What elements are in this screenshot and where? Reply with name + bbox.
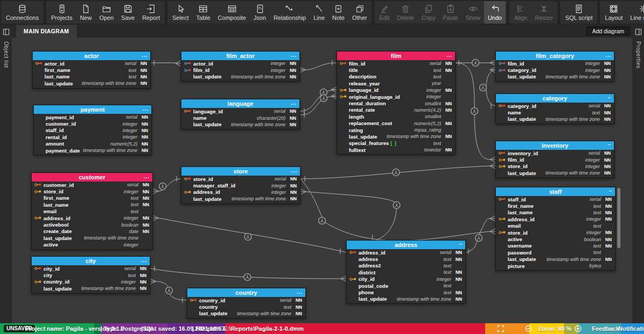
table-menu-button[interactable]: – [608, 94, 611, 101]
table-header[interactable]: film... [337, 52, 455, 60]
column-row[interactable]: titletextNN [337, 67, 455, 73]
sql-script-button[interactable]: SQL script [561, 1, 596, 24]
table-header[interactable]: address– [347, 241, 465, 249]
column-row[interactable]: first_nametextNN [33, 67, 150, 73]
table-menu-button[interactable]: ... [291, 52, 297, 59]
undo-button[interactable]: Undo [484, 1, 506, 24]
column-row[interactable]: language_idserialNN [181, 108, 299, 114]
column-row[interactable]: language_idintegerNN [337, 87, 455, 93]
column-row[interactable]: last_updatetimestamp with time zoneNN [496, 74, 614, 80]
fullscreen-icon[interactable] [497, 325, 504, 332]
add-diagram-button[interactable]: Add diagram [586, 26, 630, 35]
open-button[interactable]: Open [96, 1, 118, 24]
table-menu-button[interactable]: ... [144, 173, 150, 180]
table-country[interactable]: country...country_idserialNNcountrytextN… [187, 288, 306, 318]
zoom-in-icon[interactable] [574, 325, 582, 332]
column-row[interactable]: last_updatetimestamp with time zoneNN [187, 310, 305, 317]
note-button[interactable]: Note [328, 1, 348, 24]
table-inventory[interactable]: inventory–inventory_idserialNNfilm_idint… [495, 141, 614, 178]
table-address[interactable]: address–address_idserialNNaddresstextNNa… [346, 240, 466, 304]
table-header[interactable]: film_category... [496, 52, 614, 60]
canvas-vertical-scrollbar[interactable] [617, 188, 620, 248]
column-row[interactable]: addresstextNN [347, 256, 465, 262]
table-header[interactable]: store... [181, 167, 300, 176]
column-row[interactable]: fulltexttsvectorNN [337, 147, 455, 153]
column-row[interactable]: create_datedateNN [32, 228, 152, 235]
table-header[interactable]: category– [496, 94, 614, 103]
column-row[interactable]: picturebytea [496, 263, 615, 269]
column-row[interactable]: first_nametextNN [496, 202, 615, 209]
table-menu-button[interactable]: ... [291, 99, 297, 107]
column-row[interactable]: amountnumeric(5,2)NN [34, 141, 151, 147]
column-row[interactable]: last_updatetimestamp with time zoneNN [181, 121, 299, 128]
column-row[interactable]: actor_idserialNN [33, 60, 150, 67]
column-row[interactable]: nametextNN [496, 109, 614, 115]
column-row[interactable]: country_idintegerNN [32, 279, 150, 285]
column-row[interactable]: customer_idserialNN [32, 181, 152, 188]
column-row[interactable]: actor_idintegerNN [181, 60, 299, 67]
column-row[interactable]: last_updatetimestamp with time zoneNN [337, 133, 455, 140]
column-row[interactable]: country_idserialNN [187, 297, 305, 303]
column-row[interactable]: lengthsmallint [337, 113, 455, 120]
table-header[interactable]: payment... [34, 105, 151, 114]
table-menu-button[interactable]: ... [141, 257, 147, 264]
table-menu-button[interactable]: – [459, 241, 463, 248]
column-row[interactable]: inventory_idserialNN [496, 150, 614, 156]
column-row[interactable]: city_idserialNN [32, 265, 150, 272]
table-menu-button[interactable]: ... [447, 52, 452, 59]
connections-button[interactable]: Connections [2, 1, 42, 24]
column-row[interactable]: address_idintegerNN [181, 189, 300, 195]
column-row[interactable]: payment_idserialNN [34, 114, 151, 120]
new-button[interactable]: New [76, 1, 96, 24]
composite-button[interactable]: Composite [214, 1, 250, 24]
table-city[interactable]: city...city_idserialNNcitytextNNcountry_… [31, 256, 150, 294]
table-menu-button[interactable]: ... [142, 52, 148, 59]
column-row[interactable]: address_idintegerNN [496, 216, 615, 222]
line-mode-button[interactable]: Line mode [626, 1, 644, 24]
column-row[interactable]: passwordtext [496, 249, 615, 256]
table-header[interactable]: customer... [32, 173, 152, 181]
table-header[interactable]: film_actor... [181, 52, 299, 60]
table-film[interactable]: film...film_idserialNNtitletextNNdescrip… [336, 51, 456, 155]
table-menu-button[interactable]: – [609, 187, 612, 195]
select-button[interactable]: Select [169, 1, 193, 24]
save-button[interactable]: Save [118, 1, 138, 24]
column-row[interactable]: original_language_idinteger [337, 93, 455, 100]
table-header[interactable]: country... [187, 288, 305, 297]
column-row[interactable]: last_updatetimestamp with time zoneNN [496, 256, 615, 263]
column-row[interactable]: last_nametextNN [32, 201, 152, 208]
notifications-badge[interactable]: Notifications: 13 [618, 323, 644, 334]
column-row[interactable]: address2text [347, 263, 465, 269]
table-header[interactable]: staff– [496, 187, 615, 196]
table-staff[interactable]: staff–staff_idserialNNfirst_nametextNNla… [495, 187, 616, 271]
zoom-out-icon[interactable] [525, 325, 532, 332]
column-row[interactable]: release_yearyear [337, 80, 455, 86]
feedback-link[interactable]: Feedback [592, 323, 619, 334]
column-row[interactable]: last_updatetimestamp with time zoneNN [347, 296, 465, 302]
column-row[interactable]: store_idintegerNN [496, 163, 614, 170]
properties-panel-icon[interactable] [634, 28, 642, 36]
properties-panel-strip[interactable]: Properties [632, 25, 644, 323]
column-row[interactable]: category_idserialNN [496, 103, 614, 109]
column-row[interactable]: last_updatetimestamp with time zoneNN [181, 195, 300, 202]
table-menu-button[interactable]: ... [297, 288, 303, 296]
table-header[interactable]: city... [32, 257, 150, 265]
table-actor[interactable]: actor...actor_idserialNNfirst_nametextNN… [32, 51, 151, 89]
column-row[interactable]: manager_staff_idintegerNN [181, 182, 300, 188]
column-row[interactable]: last_updatetimestamp with time zoneNN [33, 80, 150, 86]
column-row[interactable]: last_nametextNN [496, 209, 615, 216]
table-menu-button[interactable]: – [608, 141, 611, 149]
column-row[interactable]: address_idserialNN [347, 249, 465, 256]
table-menu-button[interactable]: ... [291, 167, 297, 175]
table-store[interactable]: store...store_idserialNNmanager_staff_id… [181, 166, 301, 204]
table-header[interactable]: inventory– [496, 141, 614, 150]
column-row[interactable]: ratingmpaa_rating [337, 127, 455, 133]
column-row[interactable]: countrytextNN [187, 303, 305, 310]
column-row[interactable]: activeinteger [32, 242, 152, 248]
column-row[interactable]: customer_idintegerNN [34, 120, 151, 127]
table-payment[interactable]: payment...payment_idserialNNcustomer_idi… [33, 105, 152, 155]
json-button[interactable]: Json [250, 1, 269, 24]
column-row[interactable]: address_idintegerNN [32, 215, 152, 221]
column-row[interactable]: last_nametextNN [33, 74, 150, 80]
column-row[interactable]: namecharacter(20)NN [181, 114, 299, 121]
